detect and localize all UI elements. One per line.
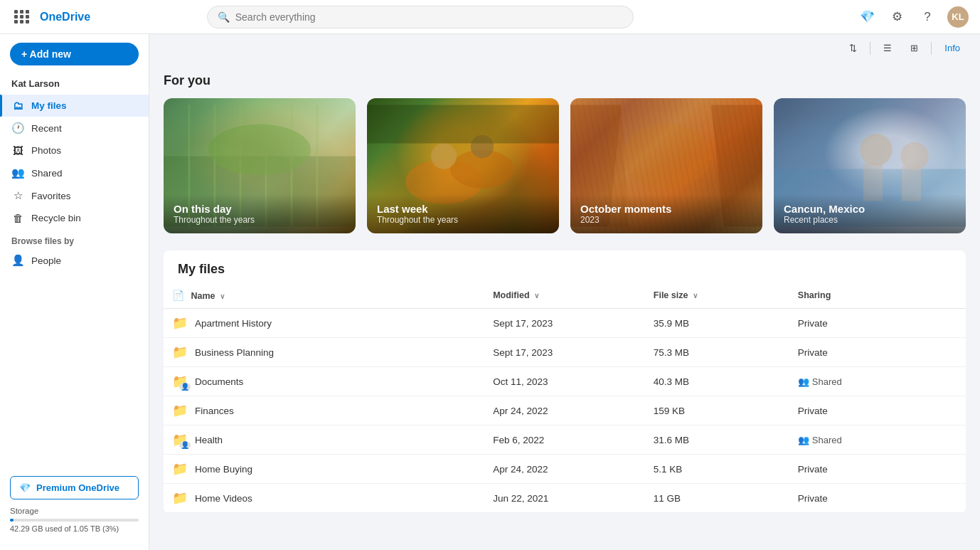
search-icon: 🔍 [218,11,230,23]
search-input[interactable] [235,11,623,23]
browse-files-by-label: Browse files by [0,229,149,249]
svg-point-13 [622,125,711,189]
photo-card-october-moments[interactable]: October moments 2023 [570,98,762,233]
toolbar-divider-2 [931,42,932,55]
search-bar[interactable]: 🔍 [207,6,634,28]
sidebar-item-favorites[interactable]: ☆ Favorites [0,184,149,207]
th-modified[interactable]: Modified ∨ [484,282,645,309]
file-modified: Feb 6, 2022 [484,425,645,455]
list-view-button[interactable]: ☰ [878,40,898,56]
diamond-icon[interactable]: 💎 [858,7,878,27]
topbar-right: 💎 ⚙ ? KL [858,6,969,28]
file-size: 5.1 KB [645,455,789,484]
table-row[interactable]: 📁 Apartment History Sept 17, 2023 35.9 M… [164,309,966,338]
file-name-cell: 📁 Business Planning [172,344,476,360]
user-name: Kat Larson [0,75,149,95]
info-button[interactable]: Info [939,40,966,56]
file-size: 75.3 MB [645,338,789,367]
card-overlay: October moments 2023 [570,194,762,233]
sort-arrow-name: ∨ [220,292,225,300]
file-name-cell: 📁 Apartment History [172,315,476,331]
sidebar-item-shared[interactable]: 👥 Shared [0,162,149,184]
table-row[interactable]: 📁 Home Buying Apr 24, 2022 5.1 KB Privat… [164,455,966,484]
sidebar-item-label: People [31,255,61,266]
folder-shared-icon: 📁 👤 [172,374,188,389]
sidebar-item-people[interactable]: 👤 People [0,249,149,272]
file-name: Business Planning [195,347,274,358]
folder-icon: 📁 [172,315,188,331]
file-name-cell: 📁 👤 Documents [172,374,476,389]
file-modified: Sept 17, 2023 [484,309,645,338]
sharing-status: Private [798,493,828,504]
files-section: My files 📄 Name ∨ Modified ∨ [164,250,966,513]
sidebar-footer: 💎 Premium OneDrive Storage 42.29 GB used… [0,467,149,541]
folder-icon: 📁 [172,461,188,477]
premium-label: Premium OneDrive [36,482,119,493]
toolbar-divider [870,42,870,55]
file-modified: Jun 22, 2021 [484,484,645,513]
file-name: Home Videos [195,493,252,504]
table-header-row: 📄 Name ∨ Modified ∨ File size ∨ [164,282,966,309]
card-subtitle: Recent places [784,215,956,225]
help-icon[interactable]: ? [917,7,937,27]
table-row[interactable]: 📁 Business Planning Sept 17, 2023 75.3 M… [164,338,966,367]
card-title: October moments [580,203,752,215]
sidebar-item-recycle-bin[interactable]: 🗑 Recycle bin [0,207,149,229]
folder-shared-icon: 📁 👤 [172,432,188,448]
table-row[interactable]: 📁 👤 Documents Oct 11, 2023 40.3 MB 👥 Sha… [164,367,966,396]
settings-icon[interactable]: ⚙ [888,7,907,27]
main-layout: + Add new Kat Larson 🗂 My files 🕐 Recent… [0,34,980,550]
table-row[interactable]: 📁 Finances Apr 24, 2022 159 KB Private [164,396,966,425]
table-row[interactable]: 📁 👤 Health Feb 6, 2022 31.6 MB 👥 Shared [164,425,966,455]
people-icon: 👤 [11,254,24,267]
file-size: 31.6 MB [645,425,789,455]
photo-cards-row: On this day Throughout the years [164,98,966,233]
card-overlay: Cancun, Mexico Recent places [774,194,966,233]
file-name: Apartment History [195,318,272,329]
app-title: OneDrive [40,11,90,23]
sidebar: + Add new Kat Larson 🗂 My files 🕐 Recent… [0,34,149,550]
table-row[interactable]: 📁 Home Videos Jun 22, 2021 11 GB Private [164,484,966,513]
waffle-icon[interactable] [11,7,33,26]
sharing-status: Private [798,464,828,475]
content-area: ⇅ ☰ ⊞ Info For you [149,34,980,550]
photo-card-on-this-day[interactable]: On this day Throughout the years [164,98,356,233]
file-name: Home Buying [195,464,252,475]
recent-icon: 🕐 [11,122,24,134]
grid-view-button[interactable]: ⊞ [905,40,924,56]
sharing-badge: 👥 Shared [798,376,957,387]
photo-card-last-week[interactable]: Last week Throughout the years [367,98,559,233]
sidebar-item-my-files[interactable]: 🗂 My files [0,95,149,117]
sidebar-item-photos[interactable]: 🖼 Photos [0,139,149,162]
th-file-size[interactable]: File size ∨ [645,282,789,309]
sidebar-item-recent[interactable]: 🕐 Recent [0,117,149,139]
card-subtitle: 2023 [580,215,752,225]
card-subtitle: Throughout the years [174,215,346,225]
sort-button[interactable]: ⇅ [843,40,863,56]
sidebar-item-label: Recycle bin [31,213,81,223]
file-size: 11 GB [645,484,789,513]
add-new-button[interactable]: + Add new [10,43,139,65]
th-name[interactable]: 📄 Name ∨ [164,282,484,309]
my-files-icon: 🗂 [11,100,24,112]
file-name: Health [195,435,223,445]
card-subtitle: Throughout the years [377,215,549,225]
premium-button[interactable]: 💎 Premium OneDrive [10,476,139,499]
card-title: Last week [377,203,549,215]
file-name-cell: 📁 Home Videos [172,490,476,506]
my-files-title: My files [164,250,966,282]
folder-icon: 📁 [172,490,188,506]
folder-icon: 📁 [172,403,188,418]
topbar: OneDrive 🔍 💎 ⚙ ? KL [0,0,980,34]
grid-icon: ⊞ [910,43,918,53]
sidebar-item-label: My files [31,100,67,111]
photo-card-cancun[interactable]: Cancun, Mexico Recent places [774,98,966,233]
avatar[interactable]: KL [947,6,969,28]
th-sharing[interactable]: Sharing [789,282,966,309]
svg-point-7 [208,125,311,176]
file-name-cell: 📁 👤 Health [172,432,476,448]
svg-point-10 [431,144,457,169]
storage-section: Storage 42.29 GB used of 1.05 TB (3%) [10,499,139,533]
file-size: 159 KB [645,396,789,425]
sidebar-item-label: Shared [31,168,63,179]
